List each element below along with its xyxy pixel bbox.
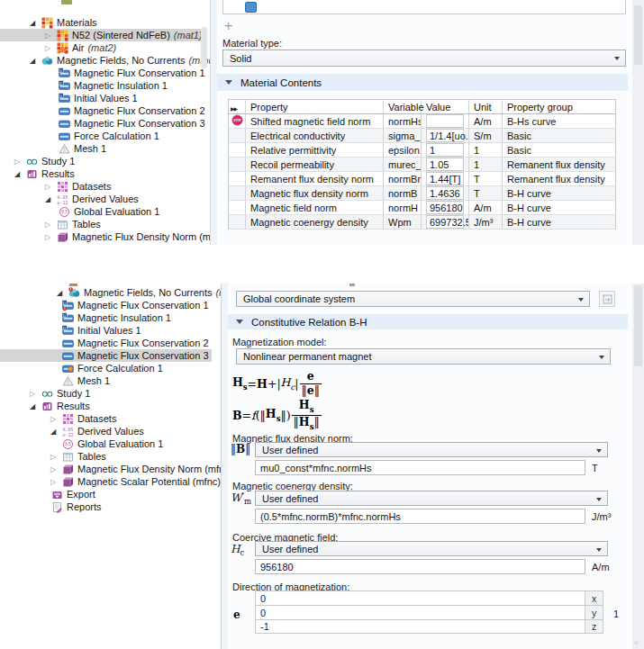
tree-item-magnetic-insulation-1[interactable]: DMagnetic Insulation 1: [0, 79, 201, 92]
expand-arrow-icon[interactable]: ▷: [45, 32, 56, 40]
table-row-shifted-magnetic-field-norm[interactable]: STOPShifted magnetic field normnormHsA/m…: [229, 114, 616, 129]
tree-item-label: Magnetic Flux Conservation 1: [77, 300, 209, 311]
table-row-electrical-conductivity[interactable]: Electrical conductivitysigma_...1/1.4[uo…: [229, 129, 616, 143]
section-constitutive-relation[interactable]: Constitutive Relation B-H: [228, 314, 628, 329]
table-row-magnetic-field-norm[interactable]: Magnetic field normnormH956180A/mB-H cur…: [229, 201, 616, 215]
expand-arrow-icon[interactable]: ▷: [50, 465, 61, 473]
expand-arrow-icon[interactable]: ▷: [45, 44, 56, 52]
tree-item-global-evaluation-1[interactable]: 8.5Global Evaluation 1: [0, 437, 212, 450]
collapse-arrow-icon[interactable]: ◢: [45, 195, 56, 203]
tree-item-magnetic-flux-density-norm-mfnc[interactable]: ▷Magnetic Flux Density Norm (mfnc): [0, 230, 201, 243]
tree-item-tables[interactable]: ▷Tables: [0, 450, 212, 463]
value-input[interactable]: 699732.524: [426, 215, 464, 229]
feature-default-icon: D: [62, 325, 74, 337]
table-row-magnetic-flux-density-norm[interactable]: Magnetic flux density normnormB1.4636TB-…: [229, 186, 616, 201]
direction-x-input[interactable]: 0: [255, 590, 585, 605]
expand-arrow-icon[interactable]: ▷: [50, 478, 61, 486]
tree-item-magnetic-insulation-1[interactable]: DMagnetic Insulation 1: [0, 311, 212, 324]
tree-item-export[interactable]: Export: [0, 488, 212, 500]
feature-icon: [59, 105, 70, 117]
value-input[interactable]: 1/1.4[uo...: [426, 129, 464, 142]
tree-item-global-evaluation-1[interactable]: 8.5Global Evaluation 1: [0, 205, 201, 218]
collapse-arrow-icon[interactable]: ◢: [30, 402, 41, 410]
tree-item-label: Reports: [67, 501, 102, 512]
value-input[interactable]: 1.4636: [426, 186, 464, 200]
expand-arrow-icon[interactable]: ▷: [14, 158, 25, 166]
coercive-field-select[interactable]: User defined: [255, 541, 608, 556]
tree-item-magnetic-flux-conservation-3[interactable]: Magnetic Flux Conservation 3: [0, 349, 212, 362]
panel-scrollbar[interactable]: [632, 0, 644, 245]
material-type-select[interactable]: Solid: [222, 50, 626, 67]
table-row-relative-permittivity[interactable]: Relative permittivityepsilon...11Basic: [229, 143, 616, 158]
tree-item-reports[interactable]: Reports: [0, 500, 212, 513]
expand-arrow-icon[interactable]: ▷: [45, 183, 56, 191]
coercive-field-input[interactable]: 956180: [255, 559, 585, 574]
tree-item-magnetic-fields-no-currents[interactable]: ◢Magnetic Fields, No Currents(mfnc): [0, 54, 201, 67]
value-input[interactable]: 1.44[T]: [426, 172, 464, 185]
tree-item-magnetic-fields-no-currents[interactable]: ◢Magnetic Fields, No Currents(mfnc): [0, 286, 212, 299]
tree-item-magnetic-flux-conservation-1[interactable]: DMagnetic Flux Conservation 1: [0, 299, 212, 311]
tree-item-air[interactable]: ▷Air(mat2): [0, 41, 201, 54]
tree-item-force-calculation-1[interactable]: Force Calculation 1: [0, 130, 201, 142]
flux-density-norm-select[interactable]: User defined: [255, 442, 608, 457]
tree-item-initial-values-1[interactable]: DInitial Values 1: [0, 92, 201, 104]
tree-item-mesh-1[interactable]: Mesh 1: [0, 374, 212, 387]
panel-scrollbar[interactable]: ˅: [632, 284, 644, 649]
tree-item-study-1[interactable]: ▷Study 1: [0, 387, 212, 400]
value-input[interactable]: [426, 114, 464, 128]
tree-item-datasets[interactable]: ▷Datasets: [0, 412, 212, 425]
selection-listbox-partial[interactable]: [222, 0, 626, 14]
tree-item-magnetic-scalar-potential-mfnc[interactable]: ▷Magnetic Scalar Potential (mfnc): [0, 475, 212, 488]
add-to-selection-button[interactable]: +: [224, 20, 232, 32]
direction-z-input[interactable]: -1: [255, 619, 585, 634]
tree-scrollbar-thumb[interactable]: [201, 27, 207, 68]
section-material-contents[interactable]: Material Contents: [217, 74, 628, 91]
value-input[interactable]: 956180: [426, 201, 464, 214]
table-row-remanent-flux-density-norm[interactable]: Remanent flux density normnormBr1.44[T]T…: [229, 172, 616, 186]
tree-item-label: Datasets: [77, 413, 116, 424]
tree-item-label: Magnetic Insulation 1: [74, 80, 168, 91]
expand-arrow-icon[interactable]: ▷: [45, 221, 56, 229]
tree-item-initial-values-1[interactable]: DInitial Values 1: [0, 324, 212, 337]
go-to-source-icon: [603, 294, 612, 304]
collapse-arrow-icon[interactable]: ◢: [30, 57, 41, 65]
expand-arrow-icon[interactable]: ▷: [50, 415, 61, 423]
coenergy-density-select[interactable]: User defined: [255, 491, 608, 506]
tree-item-datasets[interactable]: ▷Datasets: [0, 180, 201, 193]
tree-item-magnetic-flux-conservation-2[interactable]: Magnetic Flux Conservation 2: [0, 337, 212, 349]
tables-icon: [62, 451, 74, 463]
collapse-arrow-icon[interactable]: ◢: [14, 170, 25, 178]
go-to-source-button[interactable]: [599, 291, 615, 307]
tree-item-derived-values[interactable]: ◢0.85e-12Derived Values: [0, 425, 212, 437]
collapse-arrow-icon[interactable]: ◢: [30, 19, 41, 27]
tree-item-results[interactable]: ◢Results: [0, 400, 212, 412]
tree-item-magnetic-flux-conservation-3[interactable]: Magnetic Flux Conservation 3: [0, 117, 201, 130]
tree-item-force-calculation-1[interactable]: Force Calculation 1: [0, 362, 212, 374]
collapse-arrow-icon[interactable]: ◢: [57, 289, 68, 297]
tree-item-magnetic-flux-density-norm-mfnc[interactable]: ▷Magnetic Flux Density Norm (mfnc): [0, 463, 212, 475]
tree-item-tables[interactable]: ▷Tables: [0, 218, 201, 230]
tree-item-results[interactable]: ◢Results: [0, 167, 201, 180]
reports-icon: [51, 501, 63, 513]
tree-item-materials[interactable]: ◢Materials: [0, 16, 201, 29]
flux-density-norm-input[interactable]: mu0_const*mfnc.normHs: [255, 460, 585, 475]
value-input[interactable]: 1: [426, 143, 464, 157]
magnetization-model-select[interactable]: Nonlinear permanent magnet: [236, 348, 611, 365]
tree-item-n52-sintered-ndfeb[interactable]: ▷N52 (Sintered NdFeB)(mat1): [0, 29, 201, 41]
collapse-arrow-icon[interactable]: ◢: [50, 428, 61, 436]
table-row-magnetic-coenergy-density[interactable]: Magnetic coenergy densityWpm699732.524J/…: [229, 215, 616, 230]
expand-arrow-icon[interactable]: ▷: [50, 453, 61, 461]
expand-arrow-icon[interactable]: ▷: [30, 390, 41, 398]
coenergy-density-input[interactable]: (0.5*mfnc.normB)*mfnc.normHs: [255, 509, 585, 524]
tree-item-magnetic-flux-conservation-2[interactable]: Magnetic Flux Conservation 2: [0, 104, 201, 117]
table-row-recoil-permeability[interactable]: Recoil permeabilitymurec_...1.051Remanen…: [229, 158, 616, 172]
group-cell: Remanent flux density: [503, 172, 616, 186]
tree-item-mesh-1[interactable]: Mesh 1: [0, 142, 201, 155]
direction-y-input[interactable]: 0: [255, 605, 585, 619]
value-input[interactable]: 1.05: [426, 158, 464, 171]
coordinate-system-select[interactable]: Global coordinate system: [236, 291, 590, 307]
tree-item-study-1[interactable]: ▷Study 1: [0, 155, 201, 167]
expand-arrow-icon[interactable]: ▷: [45, 233, 56, 241]
tree-item-derived-values[interactable]: ◢0.85e-12Derived Values: [0, 193, 201, 205]
tree-item-magnetic-flux-conservation-1[interactable]: DMagnetic Flux Conservation 1: [0, 67, 201, 79]
